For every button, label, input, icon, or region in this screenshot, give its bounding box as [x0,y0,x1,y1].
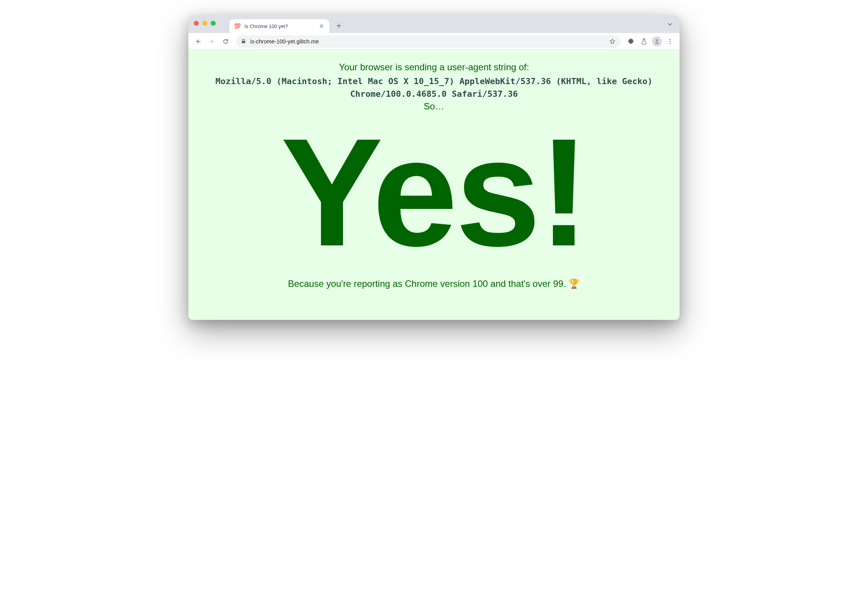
close-icon [319,24,324,28]
avatar [652,36,662,46]
arrow-right-icon [208,38,215,45]
because-text: Because you're reporting as Chrome versi… [204,278,664,289]
intro-text: Your browser is sending a user-agent str… [204,61,664,74]
kebab-icon [667,38,673,45]
toolbar-actions [625,36,676,47]
tab-close-button[interactable] [318,23,325,29]
flask-icon [640,38,647,45]
profile-button[interactable] [651,36,663,47]
svg-point-2 [670,39,671,40]
browser-tab-active[interactable]: 💯 Is Chrome 100 yet? [229,19,329,33]
window-maximize-button[interactable] [211,21,216,26]
page-content: Your browser is sending a user-agent str… [188,50,680,320]
lock-icon [241,38,246,44]
menu-button[interactable] [664,36,676,47]
person-icon [653,38,660,45]
toolbar: is-chrome-100-yet.glitch.me [188,33,680,50]
svg-point-4 [670,43,671,44]
window-close-button[interactable] [194,21,199,26]
window-minimize-button[interactable] [202,21,207,26]
extensions-button[interactable] [625,36,637,47]
bookmark-button[interactable] [609,38,616,45]
tab-strip: 💯 Is Chrome 100 yet? [229,15,345,33]
labs-button[interactable] [638,36,650,47]
tab-search-button[interactable] [667,21,673,28]
star-icon [609,38,616,45]
answer-text: Yes! [204,116,664,269]
reload-icon [222,38,229,45]
forward-button[interactable] [206,36,218,47]
svg-point-3 [670,41,671,42]
traffic-lights [194,21,216,26]
plus-icon [336,23,342,28]
user-agent-string: Mozilla/5.0 (Macintosh; Intel Mac OS X 1… [204,75,664,100]
url-text: is-chrome-100-yet.glitch.me [250,38,605,45]
new-tab-button[interactable] [333,20,345,31]
titlebar: 💯 Is Chrome 100 yet? [188,15,680,33]
svg-rect-0 [242,41,245,43]
tab-title: Is Chrome 100 yet? [244,23,315,29]
chevron-down-icon [667,22,673,27]
address-bar[interactable]: is-chrome-100-yet.glitch.me [236,35,620,48]
browser-window: 💯 Is Chrome 100 yet? [188,15,680,320]
puzzle-icon [627,38,634,45]
arrow-left-icon [195,38,201,45]
reload-button[interactable] [220,36,231,47]
hundred-icon: 💯 [234,23,241,29]
svg-point-1 [656,39,658,41]
back-button[interactable] [192,36,204,47]
